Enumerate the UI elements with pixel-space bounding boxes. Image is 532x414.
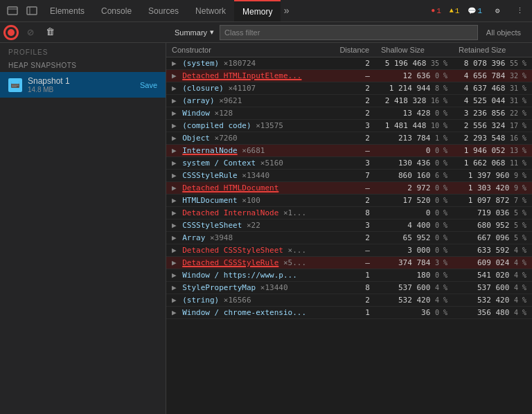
table-row[interactable]: ▶ Detached InternalNode ×1...80 0 %719 0…: [166, 207, 532, 219]
table-row[interactable]: ▶ Window / https://www.p...1180 0 %541 0…: [166, 269, 532, 282]
table-row[interactable]: ▶ (system) ×18072425 196 468 35 %8 078 3…: [166, 57, 532, 70]
message-badge[interactable]: 💬 1: [465, 4, 485, 18]
distance-cell: 7: [334, 170, 375, 182]
record-circle-icon: [3, 25, 19, 40]
devtools-icon-right[interactable]: [22, 1, 42, 21]
trash-button[interactable]: 🗑: [42, 24, 58, 41]
col-header-shallow[interactable]: Shallow Size: [375, 43, 453, 57]
expand-arrow-icon[interactable]: ▶: [172, 134, 181, 143]
constructor-name: (array): [182, 96, 214, 105]
svg-rect-0: [8, 7, 17, 15]
shallow-size-cell: 1 214 944 8 %: [375, 82, 453, 95]
constructor-count: ×128: [210, 109, 233, 118]
shallow-size-cell: 0 0 %: [375, 145, 453, 157]
distance-cell: 1: [334, 269, 375, 282]
expand-arrow-icon[interactable]: ▶: [172, 71, 181, 80]
retained-size-cell: 609 024 4 %: [453, 257, 532, 269]
expand-arrow-icon[interactable]: ▶: [172, 109, 181, 118]
expand-arrow-icon[interactable]: ▶: [172, 308, 181, 317]
table-row[interactable]: ▶ (array) ×962122 418 328 16 %4 525 044 …: [166, 95, 532, 107]
expand-arrow-icon[interactable]: ▶: [172, 233, 181, 242]
expand-arrow-icon[interactable]: ▶: [172, 159, 181, 168]
expand-arrow-icon[interactable]: ▶: [172, 183, 181, 192]
expand-arrow-icon[interactable]: ▶: [172, 196, 181, 205]
constructor-name: Detached HTMLDocument: [182, 183, 278, 192]
error-icon: ●: [431, 7, 435, 15]
table-row[interactable]: ▶ Window ×128213 428 0 %3 236 856 22 %: [166, 107, 532, 120]
shallow-size-cell: 12 636 0 %: [375, 70, 453, 82]
record-button[interactable]: [3, 24, 19, 41]
constructor-count: ×5160: [256, 159, 283, 168]
table-row[interactable]: ▶ Object ×72602213 784 1 %2 293 548 16 %: [166, 132, 532, 145]
error-badge[interactable]: ● 1: [428, 4, 444, 18]
col-header-constructor[interactable]: Constructor: [166, 43, 334, 57]
table-row[interactable]: ▶ (compiled code) ×1357531 481 448 10 %2…: [166, 120, 532, 132]
table-row[interactable]: ▶ (closure) ×4110721 214 944 8 %4 637 46…: [166, 82, 532, 95]
table-row[interactable]: ▶ Detached HTMLDocument–2 972 0 %1 303 4…: [166, 182, 532, 195]
col-header-distance[interactable]: Distance: [334, 43, 375, 57]
all-objects-label: All objects: [478, 28, 529, 37]
summary-dropdown[interactable]: Summary ▾: [169, 26, 220, 38]
expand-arrow-icon[interactable]: ▶: [172, 59, 181, 68]
constructor-name: InternalNode: [182, 146, 237, 155]
more-options-button[interactable]: ⋮: [510, 1, 529, 21]
constructor-count: ×5...: [278, 258, 306, 267]
dropdown-arrow-icon: ▾: [210, 28, 214, 37]
shallow-size-cell: 13 428 0 %: [375, 107, 453, 120]
shallow-size-cell: 860 160 6 %: [375, 170, 453, 182]
trash-icon: 🗑: [46, 27, 55, 37]
col-header-retained[interactable]: Retained Size: [453, 43, 532, 57]
tab-sources[interactable]: Sources: [140, 0, 187, 21]
table-row[interactable]: ▶ Detached CSSStyleRule ×5...–374 784 3 …: [166, 257, 532, 269]
devtools-icon-left[interactable]: [3, 1, 22, 21]
shallow-size-cell: 17 520 0 %: [375, 195, 453, 207]
expand-arrow-icon[interactable]: ▶: [172, 146, 181, 155]
constructor-count: ×3948: [205, 233, 233, 242]
expand-arrow-icon[interactable]: ▶: [172, 221, 181, 230]
constructor-count: ×9621: [215, 96, 242, 105]
expand-arrow-icon[interactable]: ▶: [172, 84, 181, 93]
table-row[interactable]: ▶ Window / chrome-extensio...136 0 %356 …: [166, 307, 532, 319]
table-row[interactable]: ▶ InternalNode ×6681–0 0 %1 946 052 13 %: [166, 145, 532, 157]
table-row[interactable]: ▶ Detached CSSStyleSheet ×...–3 000 0 %6…: [166, 244, 532, 257]
class-filter-input[interactable]: [220, 25, 478, 40]
sidebar: Profiles HEAP SNAPSHOTS Snapshot 1 14.8 …: [0, 43, 166, 414]
constructor-count: ×...: [283, 246, 306, 255]
table-row[interactable]: ▶ system / Context ×51603130 436 0 %1 66…: [166, 157, 532, 170]
settings-button[interactable]: ⚙: [488, 1, 507, 21]
tab-memory[interactable]: Memory: [234, 0, 281, 21]
table-row[interactable]: ▶ StylePropertyMap ×134408537 600 4 %537…: [166, 282, 532, 294]
toolbar: ⊘ 🗑 Summary ▾ All objects: [0, 22, 532, 43]
stop-button[interactable]: ⊘: [22, 24, 39, 41]
more-tabs-button[interactable]: »: [281, 6, 292, 17]
expand-arrow-icon[interactable]: ▶: [172, 246, 181, 255]
distance-cell: 2: [334, 232, 375, 244]
table-row[interactable]: ▶ Array ×3948265 952 0 %667 096 5 %: [166, 232, 532, 244]
table-row[interactable]: ▶ CSSStyleSheet ×2234 400 0 %680 952 5 %: [166, 219, 532, 232]
expand-arrow-icon[interactable]: ▶: [172, 258, 181, 267]
svg-rect-3: [11, 82, 19, 84]
table-row[interactable]: ▶ Detached HTMLInputEleme...–12 636 0 %4…: [166, 70, 532, 82]
tab-network[interactable]: Network: [187, 0, 234, 21]
expand-arrow-icon[interactable]: ▶: [172, 271, 181, 280]
table-row[interactable]: ▶ CSSStyleRule ×134407860 160 6 %1 397 9…: [166, 170, 532, 182]
save-link[interactable]: Save: [140, 81, 157, 89]
snapshot-item[interactable]: Snapshot 1 14.8 MB Save: [0, 72, 166, 98]
profiles-label: Profiles: [0, 43, 166, 59]
tab-console[interactable]: Console: [93, 0, 140, 21]
table-row[interactable]: ▶ (string) ×165662532 420 4 %532 420 4 %: [166, 294, 532, 307]
shallow-size-cell: 36 0 %: [375, 307, 453, 319]
expand-arrow-icon[interactable]: ▶: [172, 283, 181, 292]
expand-arrow-icon[interactable]: ▶: [172, 171, 181, 180]
tab-elements[interactable]: Elements: [42, 0, 93, 21]
constructor-count: ×16566: [219, 296, 251, 305]
expand-arrow-icon[interactable]: ▶: [172, 296, 181, 305]
constructor-name: (compiled code): [182, 121, 251, 130]
expand-arrow-icon[interactable]: ▶: [172, 121, 181, 130]
constructor-name: Detached CSSStyleRule: [182, 258, 278, 267]
expand-arrow-icon[interactable]: ▶: [172, 96, 181, 105]
expand-arrow-icon[interactable]: ▶: [172, 208, 181, 217]
table-row[interactable]: ▶ HTMLDocument ×100217 520 0 %1 097 872 …: [166, 195, 532, 207]
snapshot-name: Snapshot 1: [28, 76, 134, 86]
warning-badge[interactable]: ▲ 1: [447, 4, 463, 18]
